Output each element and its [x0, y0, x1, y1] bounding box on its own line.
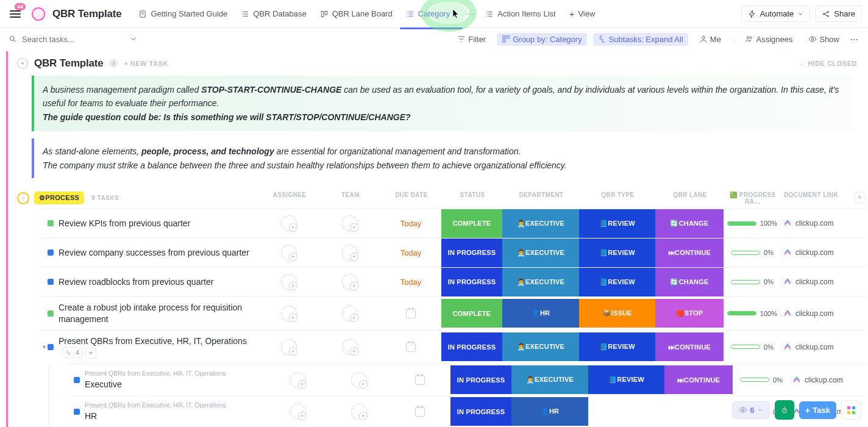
- department-cell[interactable]: 👨‍💼EXECUTIVE: [502, 209, 579, 238]
- add-column[interactable]: +: [853, 192, 866, 204]
- assignee-cell[interactable]: [258, 274, 319, 290]
- new-task-float[interactable]: + Task: [799, 401, 836, 419]
- tab-overflow[interactable]: ⋯: [464, 9, 478, 19]
- department-cell[interactable]: 👤HR: [502, 299, 579, 328]
- task-name[interactable]: Present QBRs from Executive, HR, IT, Ope…: [85, 396, 268, 427]
- search-input-wrap[interactable]: [9, 35, 138, 44]
- tab-category[interactable]: Category L: [400, 5, 463, 22]
- status-square[interactable]: [48, 220, 54, 226]
- watching-button[interactable]: 6: [732, 401, 769, 419]
- qbr-type-cell[interactable]: 📘REVIEW: [579, 239, 655, 267]
- qbr-type-cell[interactable]: 📘REVIEW: [579, 209, 655, 238]
- assignee-cell[interactable]: [268, 372, 329, 388]
- tab-action-items[interactable]: Action Items List: [479, 5, 561, 22]
- add-view[interactable]: + View: [563, 5, 602, 23]
- due-date-cell[interactable]: Today: [380, 219, 441, 228]
- tab-qbr-database[interactable]: QBR Database: [235, 5, 312, 22]
- qbr-lane-cell[interactable]: [664, 397, 733, 426]
- assignee-cell[interactable]: [319, 306, 380, 321]
- assignee-cell[interactable]: [258, 215, 319, 231]
- add-assignee-icon[interactable]: [342, 306, 358, 321]
- due-date-cell[interactable]: [380, 309, 441, 318]
- col-lane[interactable]: QBR LANE: [656, 192, 724, 205]
- status-square[interactable]: [74, 409, 80, 415]
- assignee-cell[interactable]: [258, 245, 319, 260]
- assignees-button[interactable]: Assignees: [740, 33, 797, 46]
- col-progress[interactable]: 💹 PROGRESS RA…: [724, 192, 781, 205]
- task-name[interactable]: Present QBRs from Executive, HR, IT, Ope…: [59, 331, 258, 364]
- status-cell[interactable]: IN PROGRESS: [441, 268, 502, 296]
- status-cell[interactable]: IN PROGRESS: [441, 239, 502, 267]
- department-cell[interactable]: 👨‍💼EXECUTIVE: [502, 239, 579, 267]
- status-cell[interactable]: COMPLETE: [441, 209, 502, 238]
- department-cell[interactable]: 👨‍💼EXECUTIVE: [502, 332, 579, 361]
- assignee-cell[interactable]: [329, 404, 390, 420]
- qbr-lane-cell[interactable]: ⏭CONTINUE: [664, 365, 733, 394]
- qbr-lane-cell[interactable]: 🔄CHANGE: [655, 268, 724, 296]
- task-name[interactable]: Review roadblocks from previous quarter: [59, 271, 258, 293]
- add-assignee-icon[interactable]: [351, 404, 367, 420]
- task-name[interactable]: Present QBRs from Executive, HR, IT, Ope…: [85, 364, 268, 395]
- qbr-type-cell[interactable]: 📘REVIEW: [579, 268, 655, 296]
- department-cell[interactable]: 👤HR: [511, 397, 588, 426]
- qbr-lane-cell[interactable]: 🔄CHANGE: [655, 209, 724, 238]
- col-doc[interactable]: DOCUMENT LINK: [781, 192, 848, 205]
- add-assignee-icon[interactable]: [342, 215, 358, 231]
- qbr-type-cell[interactable]: 📦ISSUE: [579, 299, 655, 328]
- add-assignee-icon[interactable]: [281, 339, 297, 355]
- progress-cell[interactable]: 100%: [724, 310, 781, 317]
- timer-button[interactable]: [775, 400, 794, 420]
- qbr-lane-cell[interactable]: ⏭CONTINUE: [655, 332, 724, 361]
- due-date-cell[interactable]: [390, 407, 450, 417]
- groupby-button[interactable]: Group by: Category: [497, 33, 586, 46]
- doc-link-cell[interactable]: clickup.com: [781, 309, 848, 318]
- status-square[interactable]: [74, 377, 80, 383]
- group-chip[interactable]: ⚙PROCESS: [34, 192, 84, 204]
- qbr-type-cell[interactable]: [588, 397, 664, 426]
- collapse-group[interactable]: [17, 192, 29, 204]
- subtasks-button[interactable]: Subtasks: Expand All: [593, 33, 688, 46]
- status-cell[interactable]: IN PROGRESS: [450, 397, 511, 426]
- progress-cell[interactable]: 0%: [724, 343, 781, 351]
- doc-link-cell[interactable]: clickup.com: [781, 343, 848, 351]
- add-assignee-icon[interactable]: [290, 404, 306, 420]
- add-assignee-icon[interactable]: [281, 245, 297, 260]
- due-date-cell[interactable]: [390, 375, 450, 385]
- expand-caret[interactable]: ▾: [40, 343, 48, 350]
- automate-button[interactable]: Automate: [741, 5, 811, 22]
- assignee-cell[interactable]: [258, 306, 319, 321]
- progress-cell[interactable]: 0%: [724, 249, 781, 256]
- filter-button[interactable]: Filter: [452, 33, 491, 46]
- add-assignee-icon[interactable]: [290, 372, 306, 388]
- add-assignee-icon[interactable]: [342, 245, 358, 260]
- add-assignee-icon[interactable]: [281, 274, 297, 290]
- col-dept[interactable]: DEPARTMENT: [503, 192, 580, 205]
- col-type[interactable]: QBR TYPE: [580, 192, 656, 205]
- department-cell[interactable]: 👨‍💼EXECUTIVE: [511, 365, 588, 394]
- show-button[interactable]: Show: [803, 33, 844, 46]
- more-options[interactable]: ⋯: [850, 35, 859, 44]
- search-input[interactable]: [22, 35, 124, 44]
- me-button[interactable]: Me: [694, 33, 726, 46]
- new-task-button[interactable]: + NEW TASK: [124, 60, 168, 67]
- col-status[interactable]: STATUS: [442, 192, 503, 205]
- task-name[interactable]: Create a robust job intake process for r…: [59, 297, 258, 330]
- assignee-cell[interactable]: [258, 339, 319, 355]
- chevron-down-icon[interactable]: [129, 35, 138, 43]
- doc-link-cell[interactable]: clickup.com: [781, 248, 848, 257]
- tab-getting-started[interactable]: Getting Started Guide: [132, 5, 233, 22]
- progress-cell[interactable]: 0%: [733, 376, 790, 384]
- collapse-list[interactable]: [17, 58, 28, 69]
- add-assignee-icon[interactable]: [281, 215, 297, 231]
- status-square[interactable]: [48, 310, 54, 317]
- status-cell[interactable]: COMPLETE: [441, 299, 502, 328]
- doc-link-cell[interactable]: clickup.com: [781, 278, 848, 286]
- workspace-logo[interactable]: [32, 7, 45, 21]
- col-due[interactable]: DUE DATE: [381, 192, 442, 205]
- subtask-count[interactable]: 4: [62, 347, 83, 359]
- status-square[interactable]: [48, 249, 54, 256]
- due-date-cell[interactable]: [380, 342, 441, 352]
- assignee-cell[interactable]: [329, 372, 390, 388]
- info-icon[interactable]: i: [109, 59, 118, 68]
- status-cell[interactable]: IN PROGRESS: [441, 332, 502, 361]
